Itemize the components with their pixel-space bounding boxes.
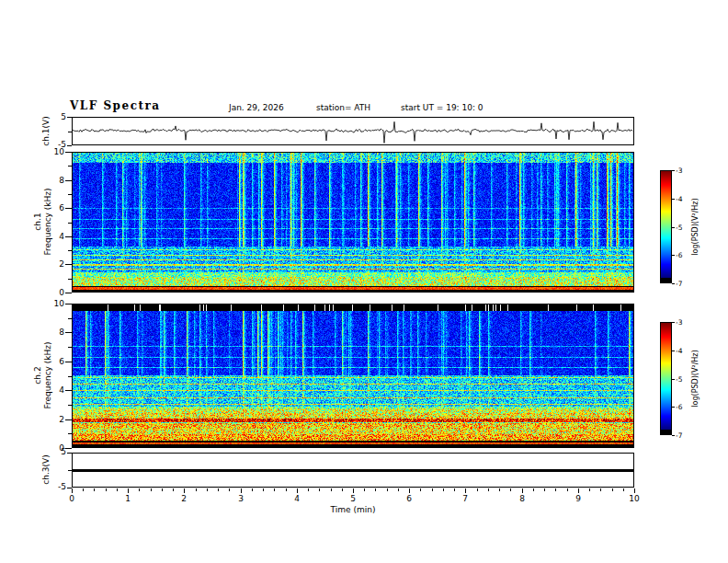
- tick-mark: [67, 488, 72, 488]
- tick-mark: [672, 322, 675, 323]
- tick-label: 2: [44, 415, 64, 424]
- tick-mark: [252, 488, 253, 491]
- colorbar-1-label: log(PSD)(V²/Hz): [691, 186, 701, 269]
- tick-label: 6: [400, 494, 418, 503]
- tick-mark: [672, 255, 675, 256]
- tick-mark: [544, 488, 545, 491]
- tick-mark: [139, 488, 140, 491]
- tick-mark: [409, 488, 410, 493]
- ch1-spectrogram-panel: [72, 152, 634, 293]
- tick-mark: [196, 488, 197, 491]
- tick-label: -7: [676, 431, 690, 440]
- tick-mark: [600, 488, 601, 491]
- date-label: Jan. 29, 2026: [229, 103, 284, 112]
- tick-mark: [128, 488, 129, 493]
- tick-mark: [297, 488, 298, 493]
- tick-mark: [68, 433, 72, 434]
- tick-mark: [68, 376, 72, 377]
- tick-mark: [207, 488, 208, 491]
- tick-mark: [65, 448, 72, 449]
- ch3-waveform-canvas: [73, 454, 633, 487]
- tick-mark: [672, 350, 675, 351]
- ch1-channel-label: ch.1: [33, 180, 43, 263]
- tick-mark: [672, 199, 675, 200]
- tick-mark: [72, 488, 73, 493]
- tick-mark: [274, 488, 275, 491]
- tick-mark: [68, 166, 72, 167]
- tick-label: -7: [676, 280, 690, 288]
- tick-mark: [364, 488, 365, 491]
- tick-mark: [94, 488, 95, 491]
- tick-label: 4: [288, 494, 306, 503]
- tick-mark: [672, 227, 675, 228]
- ch1-waveform-canvas: [73, 118, 633, 144]
- tick-label: -6: [676, 251, 690, 259]
- tick-label: 10: [44, 299, 64, 308]
- ch2-spectrogram-panel: [72, 304, 634, 448]
- tick-label: -3: [676, 167, 690, 175]
- tick-label: 3: [232, 494, 250, 503]
- tick-mark: [162, 488, 163, 491]
- tick-mark: [420, 488, 421, 491]
- tick-mark: [477, 488, 478, 491]
- tick-mark: [173, 488, 174, 491]
- ch1-spectrogram-canvas: [73, 153, 633, 292]
- tick-label: 1: [119, 494, 137, 503]
- tick-mark: [184, 488, 185, 493]
- tick-mark: [286, 488, 287, 491]
- tick-mark: [68, 470, 72, 471]
- tick-mark: [672, 170, 675, 171]
- start-ut-label: start UT = 19: 10: 0: [401, 103, 483, 112]
- tick-label: -6: [676, 403, 690, 411]
- tick-label: 0: [63, 494, 81, 503]
- tick-label: -3: [676, 318, 690, 327]
- colorbar-2: [660, 322, 672, 435]
- tick-label: 8: [513, 494, 531, 503]
- tick-label: 8: [44, 176, 64, 185]
- tick-mark: [65, 293, 72, 293]
- ch1-frequency-label: Frequency (kHz): [43, 180, 53, 263]
- vlf-spectra-figure: VLF Spectra Jan. 29, 2026 station= ATH s…: [0, 0, 728, 563]
- tick-mark: [68, 347, 72, 348]
- tick-mark: [68, 318, 72, 319]
- tick-label: 10: [625, 494, 643, 503]
- station-label: station= ATH: [316, 103, 370, 112]
- tick-mark: [672, 283, 675, 284]
- tick-mark: [151, 488, 152, 491]
- tick-mark: [353, 488, 354, 493]
- tick-mark: [432, 488, 433, 491]
- tick-mark: [672, 435, 675, 436]
- tick-mark: [634, 488, 635, 493]
- tick-mark: [488, 488, 489, 491]
- tick-mark: [499, 488, 500, 491]
- tick-label: 4: [44, 232, 64, 241]
- tick-label: 8: [44, 327, 64, 337]
- tick-mark: [308, 488, 309, 491]
- tick-mark: [68, 223, 72, 224]
- tick-mark: [578, 488, 579, 493]
- tick-label: 7: [456, 494, 474, 503]
- tick-mark: [443, 488, 444, 491]
- tick-mark: [331, 488, 332, 491]
- tick-mark: [67, 145, 72, 146]
- colorbar-1: [660, 170, 672, 283]
- tick-mark: [106, 488, 107, 491]
- tick-mark: [672, 379, 675, 380]
- tick-mark: [65, 208, 72, 209]
- ch2-spectrogram-canvas: [73, 304, 633, 447]
- tick-mark: [65, 180, 72, 181]
- tick-label: 5: [344, 494, 362, 503]
- tick-label: 10: [44, 147, 64, 156]
- tick-label: 2: [175, 494, 193, 503]
- tick-label: -4: [676, 347, 690, 355]
- tick-mark: [387, 488, 388, 491]
- tick-label: 9: [569, 494, 587, 503]
- tick-mark: [218, 488, 219, 491]
- tick-mark: [65, 304, 72, 304]
- tick-mark: [241, 488, 242, 493]
- ch2-channel-label: ch.2: [33, 334, 43, 417]
- tick-mark: [319, 488, 320, 491]
- tick-mark: [533, 488, 534, 491]
- tick-label: 0: [44, 443, 64, 453]
- tick-label: 6: [44, 357, 64, 366]
